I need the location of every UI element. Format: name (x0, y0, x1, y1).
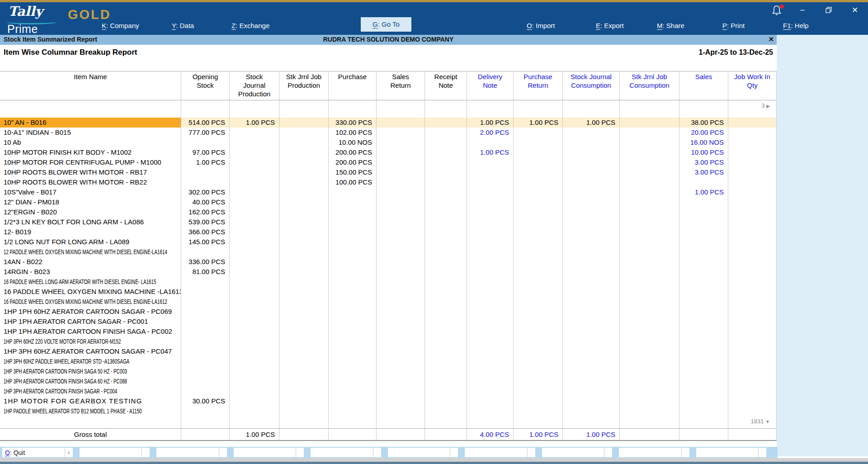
gross-sales (679, 429, 728, 440)
col-header-name: Item Name (0, 71, 181, 100)
report-close-icon[interactable]: ✕ (768, 35, 774, 43)
table-row[interactable]: 1HP 1PH AERATOR CARTOON FINISH SAGA - PC… (0, 327, 777, 336)
menu-share[interactable]: M: Share (657, 22, 684, 29)
cell-purchase: 150.00 PCS (329, 167, 377, 177)
fill-cell (0, 416, 181, 428)
cell-receipt_note (425, 257, 467, 267)
table-row[interactable]: 1HP 3PH AERATOR CARTOON FINISH SAGA 60 H… (0, 376, 777, 386)
item-name-cell: 10HP MOTOR FOR CENTRIFUGAL PUMP - M1000 (0, 157, 181, 167)
cell-sales (679, 376, 728, 386)
spacer-cell (230, 100, 279, 118)
cell-dn (467, 277, 514, 287)
cell-sjc (563, 327, 620, 336)
cell-sjc (563, 346, 620, 356)
table-row[interactable]: 10 Ab10.00 NOS16.00 NOS (0, 137, 777, 147)
table-row[interactable]: 1HP MOTOR FOR GEARBOX TESTING30.00 PCS (0, 396, 777, 406)
table-row[interactable]: 14RGIN - B02381.00 PCS (0, 267, 777, 277)
cell-jwq (728, 386, 777, 396)
cell-sjc (563, 307, 620, 317)
cell-sales (679, 257, 728, 267)
command-slot (465, 448, 535, 457)
table-row[interactable]: 1/2 LONG NUT FOR LONG ARM - LA089145.00 … (0, 237, 777, 247)
cell-sjjp (279, 297, 329, 307)
cell-sjjc (620, 197, 679, 207)
cell-sjjc (620, 277, 679, 287)
table-row[interactable]: 10" AN - B016514.00 PCS1.00 PCS330.00 PC… (0, 118, 777, 128)
cell-jwq (728, 217, 777, 227)
cell-sjc (563, 287, 620, 297)
cell-sjjc (620, 366, 679, 376)
menu-exchange[interactable]: Z: Exchange (231, 22, 269, 29)
cell-dn (467, 227, 514, 237)
cell-jwq (728, 356, 777, 366)
menu-print[interactable]: P: Print (722, 22, 745, 29)
menu-export[interactable]: E: Export (596, 22, 624, 29)
menu-go-to[interactable]: G: Go To (361, 17, 411, 32)
notification-bell-icon[interactable] (771, 5, 785, 18)
gross-sjc: 1.00 PCS (563, 429, 620, 440)
table-row[interactable]: 10-A1" INDIAN - B015777.00 PCS102.00 PCS… (0, 128, 777, 137)
cell-sjjp (279, 197, 329, 207)
more-rows-indicator[interactable]: 1831 ▼ (728, 416, 772, 427)
cell-jwq (728, 197, 777, 207)
table-row[interactable]: 1HP 3PH AERATOR CARTOON FINISH SAGAR - P… (0, 386, 777, 396)
table-row[interactable]: 1HP 3PH 60HZ PADDLE WHEEL AERATOR STD -A… (0, 356, 777, 366)
table-row[interactable]: 1HP 3PH 60HZ 220 VOLTE MOTOR FOR AERATOR… (0, 336, 777, 346)
report-name: Stock Item Summarized Report (4, 36, 97, 43)
cell-jwq (728, 327, 777, 336)
table-row[interactable]: 14AN - B022336.00 PCS (0, 257, 777, 267)
table-row[interactable]: 1HP 1PH 60HZ AERATOR CARTOON SAGAR - PC0… (0, 307, 777, 317)
cell-sjp (230, 167, 279, 177)
command-slot (80, 448, 150, 457)
cell-sjp (230, 287, 279, 297)
cell-opening: 1.00 PCS (181, 157, 230, 167)
cell-dn (467, 287, 514, 297)
table-row[interactable]: 1HP 3PH 60HZ AERATOR CARTOON SAGAR - PC0… (0, 346, 777, 356)
cell-sjjc (620, 327, 679, 336)
cell-pr (514, 386, 563, 396)
table-row[interactable]: 16 PADDLE WHEEL OXYGEN MIXING MACHINE WI… (0, 297, 777, 307)
cell-dn (467, 336, 514, 346)
table-row[interactable]: 1HP 3PH AERATOR CARTOON FINISH SAGA 50 H… (0, 366, 777, 376)
col-header-sales: Sales (679, 71, 728, 100)
cell-sjp (230, 257, 279, 267)
minimize-button[interactable]: – (795, 5, 810, 14)
table-row[interactable]: 10HP MOTOR FOR CENTRIFUGAL PUMP - M10001… (0, 157, 777, 167)
table-row[interactable]: 16 PADDLE WHEEL OXYGEN MIXING MACHINE -L… (0, 287, 777, 297)
table-row[interactable]: 10HP ROOTS BLOWER WITH MOTOR - RB17150.0… (0, 167, 777, 177)
gross-sjjp (279, 429, 329, 440)
cell-pr (514, 277, 563, 287)
cell-receipt_note (425, 277, 467, 287)
table-row[interactable]: 12 PADDLE WHEEL OXYGEN MIXING MACHINE WI… (0, 247, 777, 257)
fill-cell (425, 416, 467, 428)
cell-pr (514, 327, 563, 336)
table-row[interactable]: 1/2*3 LN KEY BOLT FOR LONG ARM - LA08653… (0, 217, 777, 227)
cell-pr (514, 267, 563, 277)
menu-company[interactable]: K: Company (102, 22, 139, 29)
table-row[interactable]: 1HP PADDLE WHEEL AERATOR STD B12 MODEL 1… (0, 406, 777, 416)
table-row[interactable]: 10HP ROOTS BLOWER WITH MOTOR - RB22100.0… (0, 177, 777, 187)
menu-help[interactable]: F1: Help (783, 22, 809, 29)
caret-up-icon[interactable]: ∧ (65, 448, 73, 457)
table-row[interactable]: 12"ERGIN - B020162.00 PCS (0, 207, 777, 217)
more-columns-indicator[interactable]: 3 ▶ (728, 100, 772, 112)
cell-purchase (329, 247, 377, 257)
table-row[interactable]: 16 PADDLE WHEEL LONG ARM AERATOR WITH DI… (0, 277, 777, 287)
gross-purchase (329, 429, 377, 440)
table-row[interactable]: 12- B019366.00 PCS (0, 227, 777, 237)
table-row[interactable]: 12" DIAN - PM01840.00 PCS (0, 197, 777, 207)
item-name-cell: 10" AN - B016 (0, 118, 181, 128)
item-name-cell: 1HP MOTOR FOR GEARBOX TESTING (0, 396, 181, 406)
table-row[interactable]: 10S"Valve - B017302.00 PCS1.00 PCS (0, 187, 777, 197)
menu-import[interactable]: O: Import (527, 22, 555, 29)
spacer-cell (425, 100, 467, 118)
cell-sjp (230, 207, 279, 217)
table-row[interactable]: 10HP MOTOR FINISH KIT BODY - M100297.00 … (0, 147, 777, 157)
quit-button[interactable]: Q: Quit∧ (2, 448, 73, 457)
close-window-button[interactable]: ✕ (847, 5, 863, 15)
cell-sjp (230, 137, 279, 147)
cell-purchase (329, 406, 377, 416)
table-row[interactable]: 1HP 1PH AERATOR CARTON SAGAR - PC001 (0, 317, 777, 327)
restore-button[interactable] (821, 6, 836, 15)
menu-data[interactable]: Y: Data (172, 22, 194, 29)
